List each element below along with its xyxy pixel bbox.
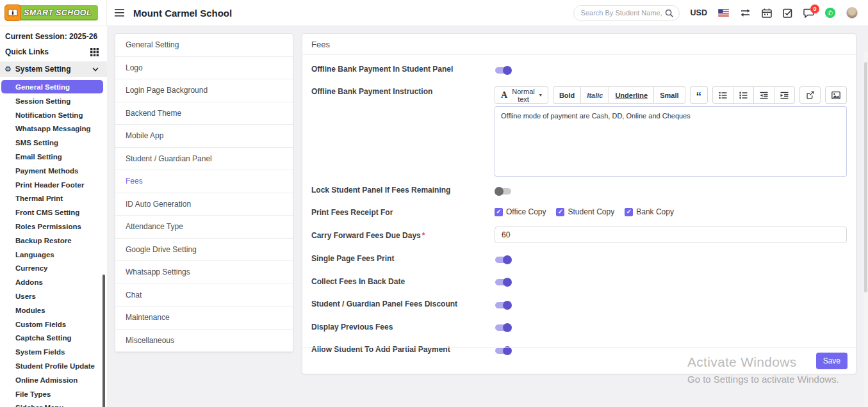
session-switch-icon[interactable] (740, 8, 751, 17)
share-link-button[interactable] (799, 86, 821, 104)
sidebar-item[interactable]: General Setting (1, 80, 103, 93)
offline-bank-payment-toggle[interactable] (495, 66, 512, 75)
ordered-list-button[interactable] (733, 86, 754, 104)
messages-count-badge: 0 (810, 4, 819, 13)
toggle-switch[interactable] (495, 301, 512, 310)
blockquote-button[interactable]: “ (690, 86, 708, 104)
app-logo[interactable]: SMART SCHOOL (6, 5, 98, 20)
sidebar-item[interactable]: File Types (0, 387, 107, 401)
settings-tab[interactable]: Backend Theme (115, 102, 293, 125)
sidebar-item-label: Languages (15, 251, 54, 259)
sidebar-item[interactable]: Modules (0, 303, 107, 317)
field-row-toggle: Display Previous Fees (311, 322, 847, 333)
settings-tab[interactable]: General Setting (115, 34, 293, 57)
sidebar-item[interactable]: System Fields (0, 345, 107, 359)
settings-tab[interactable]: ID Auto Generation (115, 193, 293, 216)
sidebar-item[interactable]: Sidebar Menu (0, 401, 107, 407)
receipt-copy-option[interactable]: Office Copy (495, 207, 546, 216)
sidebar-item[interactable]: Roles Permissions (0, 219, 107, 234)
toggle-knob (503, 66, 512, 75)
settings-tab[interactable]: Fees (115, 170, 293, 193)
sidebar-item[interactable]: Payment Methods (0, 164, 107, 178)
font-style-dropdown[interactable]: A Normal text ▾ (495, 86, 548, 104)
outdent-button[interactable] (753, 86, 774, 104)
sidebar-item[interactable]: Print Header Footer (0, 178, 107, 192)
unordered-list-icon (719, 92, 727, 99)
calendar-icon[interactable] (762, 8, 772, 18)
save-button[interactable]: Save (816, 353, 848, 369)
settings-tab[interactable]: Google Drive Setting (115, 239, 293, 262)
sidebar-item[interactable]: Notification Setting (0, 108, 107, 122)
currency-selector[interactable]: USD (691, 8, 707, 17)
sidebar-item[interactable]: Currency (0, 262, 107, 276)
field-label: Offline Bank Payment In Student Panel (311, 64, 495, 74)
settings-tab[interactable]: Mobile App (115, 125, 293, 148)
unordered-list-button[interactable] (712, 86, 733, 104)
field-label: Collect Fees In Back Date (311, 276, 495, 286)
brand-area: SMART SCHOOL (0, 0, 107, 26)
sidebar-item[interactable]: Languages (0, 248, 107, 262)
messages-icon[interactable]: 0 (803, 8, 814, 18)
toggle-knob (503, 323, 512, 332)
field-row-offline-bank-payment: Offline Bank Payment In Student Panel (311, 64, 847, 76)
settings-tab[interactable]: Whatsapp Settings (115, 261, 293, 284)
sidebar-item[interactable]: Thermal Print (0, 192, 107, 206)
sidebar-item[interactable]: Whatsapp Messaging (0, 122, 107, 136)
sidebar-item-label: Online Admission (15, 376, 78, 384)
quick-links[interactable]: Quick Links (0, 45, 107, 61)
search-icon[interactable] (665, 9, 673, 17)
student-search-box[interactable] (573, 5, 680, 21)
settings-tab[interactable]: Miscellaneous (115, 330, 293, 353)
language-flag-icon[interactable] (718, 9, 729, 17)
user-avatar[interactable] (846, 7, 858, 19)
checkbox-label: Office Copy (506, 207, 546, 216)
small-text-button[interactable]: Small (653, 86, 685, 104)
content-area: General Setting Logo Login Page Backgrou… (107, 26, 868, 407)
offline-instruction-editor[interactable]: Offline mode of payment are Cash, DD, On… (495, 106, 847, 177)
sidebar-item[interactable]: Student Profile Update (0, 359, 107, 373)
sidebar-item-label: System Fields (15, 348, 65, 356)
tasks-icon[interactable] (783, 8, 792, 18)
settings-tab-label: Miscellaneous (126, 336, 174, 345)
hamburger-menu-icon[interactable] (115, 9, 124, 17)
sidebar-item[interactable]: SMS Setting (0, 136, 107, 150)
whatsapp-icon[interactable]: ✆ (825, 8, 835, 18)
receipt-copy-option[interactable]: Bank Copy (625, 207, 674, 216)
receipt-copy-option[interactable]: Student Copy (556, 207, 614, 216)
settings-tab[interactable]: Logo (115, 57, 293, 80)
page-scrollbar-thumb[interactable] (864, 62, 867, 292)
sidebar-item[interactable]: Captcha Setting (0, 331, 107, 346)
checkbox[interactable] (556, 208, 564, 216)
search-input[interactable] (581, 9, 665, 17)
sidebar-scrollbar[interactable] (102, 275, 105, 407)
toggle-switch[interactable] (495, 255, 512, 264)
checkbox[interactable] (625, 208, 633, 216)
sidebar-item[interactable]: Email Setting (0, 150, 107, 164)
settings-tab[interactable]: Attendance Type (115, 216, 293, 239)
carry-forward-days-input[interactable] (495, 227, 847, 243)
settings-tab[interactable]: Maintenance (115, 307, 293, 330)
toggle-switch[interactable] (495, 323, 512, 332)
bold-button[interactable]: Bold (553, 86, 581, 104)
sidebar-section-system-setting[interactable]: ⚙ System Setting (0, 61, 107, 77)
italic-button[interactable]: Italic (580, 86, 609, 104)
sidebar-item[interactable]: Front CMS Setting (0, 205, 107, 219)
sidebar-item-label: Captcha Setting (15, 334, 72, 342)
insert-image-button[interactable] (825, 86, 847, 104)
checkbox[interactable] (495, 208, 503, 216)
settings-tab[interactable]: Chat (115, 284, 293, 307)
sidebar-item[interactable]: Users (0, 289, 107, 303)
sidebar-item[interactable]: Session Setting (0, 94, 107, 108)
sidebar-item-label: Addons (15, 278, 43, 286)
page-scrollbar[interactable] (864, 52, 868, 407)
indent-button[interactable] (774, 86, 795, 104)
sidebar-item[interactable]: Online Admission (0, 373, 107, 387)
settings-tab[interactable]: Login Page Background (115, 79, 293, 102)
lock-student-panel-toggle[interactable] (495, 187, 512, 196)
toggle-switch[interactable] (495, 278, 512, 287)
settings-tab[interactable]: Student / Guardian Panel (115, 148, 293, 171)
underline-button[interactable]: Underline (609, 86, 654, 104)
sidebar-item[interactable]: Custom Fields (0, 317, 107, 331)
sidebar-item[interactable]: Backup Restore (0, 234, 107, 248)
sidebar-item[interactable]: Addons (0, 275, 107, 289)
